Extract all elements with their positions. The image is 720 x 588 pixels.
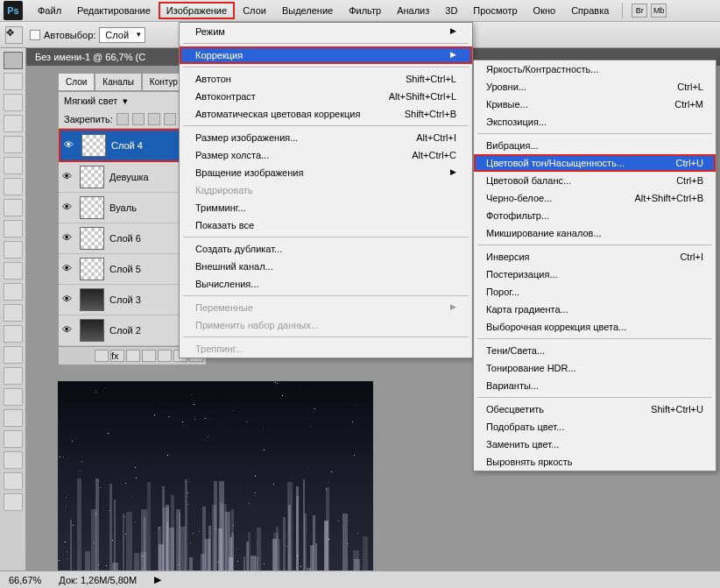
menu-item[interactable]: Микширование каналов... — [474, 224, 716, 242]
mask-icon[interactable] — [126, 350, 140, 362]
menu-item[interactable]: АвтотонShift+Ctrl+L — [180, 70, 472, 88]
visibility-icon[interactable] — [64, 139, 76, 152]
layer-name[interactable]: Слой 5 — [109, 264, 141, 274]
menu-item[interactable]: Размер изображения...Alt+Ctrl+I — [180, 129, 472, 146]
visibility-icon[interactable] — [62, 202, 74, 214]
menu-item[interactable]: Размер холста...Alt+Ctrl+C — [180, 146, 472, 164]
type-tool[interactable] — [4, 367, 23, 385]
shape-tool[interactable] — [4, 409, 23, 427]
menu-item[interactable]: Тени/Света... — [474, 342, 716, 359]
fx-icon[interactable]: fx — [110, 350, 124, 362]
menu-item[interactable]: Вычисления... — [180, 275, 472, 293]
layer-thumbnail[interactable] — [80, 196, 104, 219]
menu-item[interactable]: Порог... — [474, 283, 716, 301]
pen-tool[interactable] — [4, 346, 23, 364]
auto-select-combo[interactable]: Слой — [99, 27, 145, 43]
menu-слои[interactable]: Слои — [235, 2, 274, 19]
menu-item[interactable]: Черно-белое...Alt+Shift+Ctrl+B — [474, 189, 716, 207]
menu-item[interactable]: Внешний канал... — [180, 258, 472, 275]
menu-item[interactable]: Выровнять яркость — [474, 453, 716, 471]
menu-фильтр[interactable]: Фильтр — [341, 2, 389, 19]
menu-справка[interactable]: Справка — [563, 2, 617, 19]
history-brush-tool[interactable] — [4, 241, 23, 259]
layer-thumbnail[interactable] — [80, 258, 104, 280]
menu-item[interactable]: Уровни...Ctrl+L — [474, 78, 716, 96]
visibility-icon[interactable] — [62, 294, 74, 306]
menu-item[interactable]: АвтоконтрастAlt+Shift+Ctrl+L — [180, 88, 472, 105]
menu-item[interactable]: Фотофильтр... — [474, 207, 716, 224]
lock-image-icon[interactable] — [132, 113, 145, 125]
lock-transparency-icon[interactable] — [116, 113, 129, 125]
status-arrow[interactable]: ▶ — [154, 574, 161, 585]
layer-thumbnail[interactable] — [80, 288, 104, 311]
menu-item[interactable]: Постеризация... — [474, 266, 716, 283]
lasso-tool[interactable] — [4, 94, 23, 111]
menu-просмотр[interactable]: Просмотр — [465, 2, 525, 19]
eraser-tool[interactable] — [4, 262, 23, 280]
visibility-icon[interactable] — [62, 324, 74, 337]
stamp-tool[interactable] — [4, 220, 23, 237]
menu-редактирование[interactable]: Редактирование — [69, 2, 159, 19]
menu-item[interactable]: ИнверсияCtrl+I — [474, 248, 716, 266]
gradient-tool[interactable] — [4, 283, 23, 301]
crop-tool[interactable] — [4, 136, 23, 153]
layer-name[interactable]: Девушка — [109, 172, 149, 182]
camera-tool[interactable] — [4, 451, 23, 469]
layer-name[interactable]: Слой 6 — [109, 233, 141, 244]
layer-thumbnail[interactable] — [80, 227, 104, 250]
menu-файл[interactable]: Файл — [30, 2, 69, 19]
menu-окно[interactable]: Окно — [526, 2, 564, 19]
panel-tab[interactable]: Каналы — [95, 73, 142, 91]
adjustment-icon[interactable] — [142, 350, 156, 362]
layer-thumbnail[interactable] — [80, 166, 104, 188]
zoom-tool[interactable] — [4, 493, 23, 511]
layer-name[interactable]: Слой 4 — [111, 140, 143, 151]
wand-tool[interactable] — [4, 115, 23, 132]
lock-position-icon[interactable] — [148, 113, 160, 125]
healing-tool[interactable] — [4, 178, 23, 195]
layer-thumbnail[interactable] — [80, 319, 104, 342]
move-tool[interactable] — [4, 52, 23, 69]
menu-item[interactable]: Показать все — [180, 216, 472, 234]
layer-name[interactable]: Вуаль — [109, 202, 137, 213]
3d-tool[interactable] — [4, 430, 23, 448]
menu-item[interactable]: Варианты... — [474, 377, 716, 394]
menu-item[interactable]: Карта градиента... — [474, 301, 716, 318]
dodge-tool[interactable] — [4, 325, 23, 343]
mini-bridge-button[interactable]: Mb — [651, 4, 667, 18]
layer-name[interactable]: Слой 2 — [109, 325, 141, 336]
menu-item[interactable]: Автоматическая цветовая коррекцияShift+C… — [180, 105, 472, 123]
menu-анализ[interactable]: Анализ — [389, 2, 437, 19]
zoom-level[interactable]: 66,67% — [9, 575, 41, 585]
menu-item[interactable]: Создать дубликат... — [180, 240, 472, 258]
menu-item[interactable]: Заменить цвет... — [474, 436, 716, 453]
menu-item[interactable]: Яркость/Контрастность... — [474, 60, 716, 78]
menu-item[interactable]: Выборочная коррекция цвета... — [474, 318, 716, 336]
layer-name[interactable]: Слой 3 — [109, 294, 141, 305]
menu-выделение[interactable]: Выделение — [274, 2, 341, 19]
menu-item[interactable]: Кривые...Ctrl+M — [474, 96, 716, 113]
link-layers-icon[interactable] — [95, 350, 109, 362]
menu-item[interactable]: Подобрать цвет... — [474, 418, 716, 436]
panel-tab[interactable]: Слои — [58, 73, 95, 91]
menu-3d[interactable]: 3D — [437, 2, 465, 19]
menu-item[interactable]: Коррекция — [180, 46, 472, 64]
brush-tool[interactable] — [4, 199, 23, 216]
launch-bridge-button[interactable]: Br — [632, 4, 647, 18]
visibility-icon[interactable] — [62, 263, 74, 275]
lock-all-icon[interactable] — [164, 113, 176, 125]
visibility-icon[interactable] — [62, 232, 74, 244]
menu-item[interactable]: Вибрация... — [474, 137, 716, 154]
group-icon[interactable] — [158, 350, 172, 362]
menu-изображение[interactable]: Изображение — [159, 2, 235, 19]
auto-select-checkbox[interactable] — [30, 30, 40, 40]
menu-item[interactable]: Цветовой тон/Насыщенность...Ctrl+U — [474, 154, 716, 172]
eyedropper-tool[interactable] — [4, 157, 23, 174]
menu-item[interactable]: Тонирование HDR... — [474, 359, 716, 377]
menu-item[interactable]: Вращение изображения — [180, 164, 472, 181]
blur-tool[interactable] — [4, 304, 23, 322]
menu-item[interactable]: Режим — [180, 23, 472, 40]
menu-item[interactable]: ОбесцветитьShift+Ctrl+U — [474, 400, 716, 418]
canvas[interactable] — [58, 381, 373, 588]
layer-thumbnail[interactable] — [81, 134, 106, 157]
